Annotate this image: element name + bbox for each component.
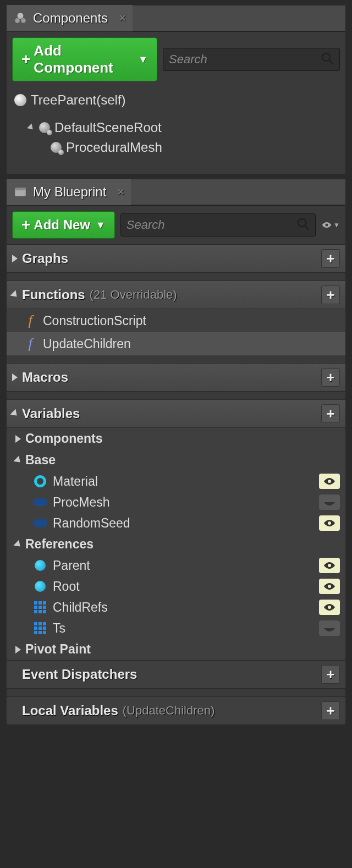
dispatchers-header[interactable]: Event Dispatchers + — [7, 661, 345, 689]
svg-point-0 — [18, 13, 24, 19]
array-icon — [33, 600, 47, 614]
variables-header[interactable]: Variables + — [7, 400, 345, 428]
var-label: Material — [53, 474, 98, 489]
components-icon — [13, 11, 28, 25]
chevron-down-icon: ▼ — [333, 221, 340, 229]
expand-icon[interactable] — [14, 540, 23, 549]
add-new-label: Add New — [34, 217, 90, 233]
function-updatechildren[interactable]: f UpdateChildren — [7, 332, 345, 355]
functions-header[interactable]: Functions (21 Overridable) + — [7, 281, 345, 309]
add-dispatcher-button[interactable]: + — [321, 665, 340, 684]
blueprint-tab-header: My Blueprint × — [7, 179, 345, 206]
view-options-button[interactable]: ▼ — [321, 218, 340, 232]
add-local-button[interactable]: + — [321, 701, 340, 720]
graphs-header[interactable]: Graphs + — [7, 245, 345, 273]
visibility-toggle[interactable] — [319, 515, 340, 531]
var-childrefs[interactable]: ChildRefs — [7, 597, 345, 618]
add-function-button[interactable]: + — [321, 285, 340, 304]
var-randomseed[interactable]: RandomSeed — [7, 513, 345, 534]
object-icon — [33, 495, 47, 509]
var-cat-pivot[interactable]: Pivot Paint — [7, 639, 345, 660]
var-label: ProcMesh — [53, 495, 110, 510]
component-scene-root-row[interactable]: DefaultSceneRoot — [12, 118, 340, 138]
function-icon: f — [23, 336, 37, 352]
visibility-toggle[interactable] — [319, 600, 340, 615]
var-label: RandomSeed — [53, 516, 130, 531]
close-icon[interactable]: × — [119, 11, 126, 25]
var-procmesh[interactable]: ProcMesh — [7, 492, 345, 513]
search-icon — [296, 217, 310, 233]
component-self-label: TreeParent(self) — [31, 92, 126, 108]
add-new-button[interactable]: + Add New ▼ — [12, 211, 115, 239]
blueprint-icon — [13, 185, 28, 199]
blueprint-toolbar: + Add New ▼ ▼ — [7, 206, 345, 244]
var-label: Root — [53, 579, 80, 594]
var-material[interactable]: Material — [7, 471, 345, 492]
visibility-toggle[interactable] — [319, 474, 340, 489]
var-root[interactable]: Root — [7, 576, 345, 597]
component-self-row[interactable]: TreeParent(self) — [12, 90, 340, 110]
macros-header[interactable]: Macros + — [7, 364, 345, 392]
my-blueprint-panel: My Blueprint × + Add New ▼ ▼ Graphs + — [7, 179, 345, 725]
var-cat-label: Pivot Paint — [25, 642, 91, 657]
add-variable-button[interactable]: + — [321, 404, 340, 423]
component-procmesh-row[interactable]: ProceduralMesh — [12, 138, 340, 157]
svg-point-2 — [21, 18, 26, 23]
scene-component-icon — [39, 122, 50, 133]
dispatchers-label: Event Dispatchers — [22, 667, 137, 682]
components-tab-header: Components × — [7, 6, 345, 32]
scene-component-icon — [51, 142, 62, 153]
svg-rect-6 — [15, 188, 26, 190]
add-component-label: Add Component — [34, 42, 133, 76]
close-icon[interactable]: × — [118, 185, 125, 199]
var-cat-base[interactable]: Base — [7, 449, 345, 471]
function-constructionscript[interactable]: f ConstructionScript — [7, 309, 345, 332]
visibility-toggle[interactable] — [319, 495, 340, 510]
visibility-toggle[interactable] — [319, 620, 340, 636]
components-panel: Components × + Add Component ▼ TreeParen… — [7, 6, 345, 174]
function-icon: f — [23, 312, 37, 329]
blueprint-tab[interactable]: My Blueprint × — [7, 179, 131, 205]
functions-section: Functions (21 Overridable) + f Construct… — [7, 281, 345, 355]
expand-icon[interactable] — [14, 455, 23, 465]
add-graph-button[interactable]: + — [321, 249, 340, 268]
svg-point-1 — [15, 18, 20, 23]
var-ts[interactable]: Ts — [7, 618, 345, 639]
function-label: UpdateChildren — [43, 337, 131, 351]
svg-point-3 — [322, 53, 330, 61]
actor-icon — [14, 94, 26, 106]
expand-icon[interactable] — [10, 290, 20, 300]
expand-icon[interactable] — [15, 435, 21, 443]
var-label: ChildRefs — [53, 600, 108, 615]
expand-icon[interactable] — [12, 255, 18, 262]
expand-icon[interactable] — [27, 124, 35, 132]
blueprint-search[interactable] — [120, 213, 316, 237]
expand-icon[interactable] — [10, 409, 20, 419]
components-tab[interactable]: Components × — [7, 5, 133, 31]
expand-icon[interactable] — [12, 373, 18, 381]
plus-icon: + — [21, 216, 30, 234]
object-on-icon — [33, 558, 47, 573]
blueprint-tab-label: My Blueprint — [33, 184, 106, 200]
visibility-toggle[interactable] — [319, 558, 340, 573]
plus-icon: + — [21, 51, 30, 68]
add-component-button[interactable]: + Add Component ▼ — [12, 37, 157, 81]
object-icon — [33, 516, 47, 530]
components-search-input[interactable] — [169, 52, 321, 67]
expand-icon[interactable] — [15, 646, 21, 653]
locals-label: Local Variables — [22, 703, 118, 718]
var-cat-components[interactable]: Components — [7, 428, 345, 449]
locals-context: (UpdateChildren) — [123, 704, 215, 718]
locals-header[interactable]: Local Variables (UpdateChildren) + — [7, 697, 345, 725]
var-parent[interactable]: Parent — [7, 555, 345, 576]
var-cat-references[interactable]: References — [7, 534, 345, 555]
graphs-section: Graphs + — [7, 244, 345, 273]
var-label: Parent — [53, 558, 90, 573]
add-macro-button[interactable]: + — [321, 368, 340, 387]
components-search[interactable] — [163, 48, 340, 71]
material-icon — [33, 474, 47, 488]
macros-label: Macros — [22, 370, 68, 385]
blueprint-search-input[interactable] — [127, 218, 296, 232]
visibility-toggle[interactable] — [319, 579, 340, 594]
svg-line-4 — [329, 60, 333, 64]
